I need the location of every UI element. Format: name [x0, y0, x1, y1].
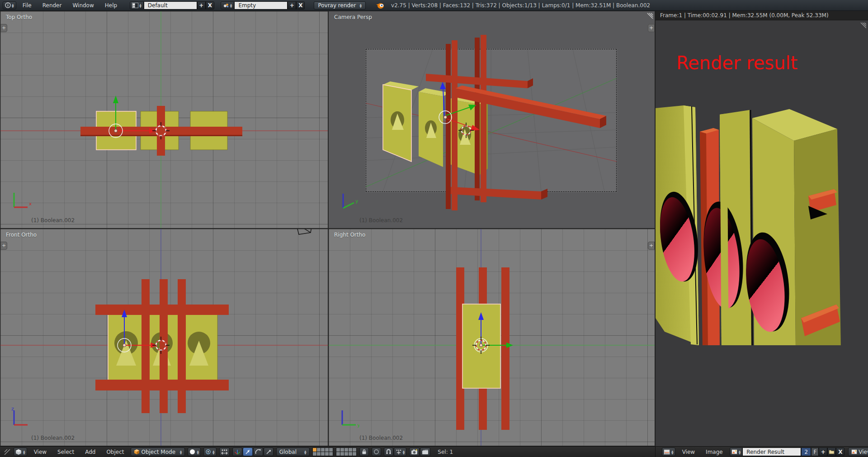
- image-datablock: ▲▼ Render Result 2 F + X: [730, 447, 845, 456]
- 3d-view-icon: [15, 449, 22, 455]
- render-result-image: [656, 105, 844, 349]
- render-stats-header: Frame:1 | Time:00:02.91 | Mem:32.55M (0.…: [656, 11, 868, 20]
- chevron-updown-icon: ▲▼: [403, 450, 405, 454]
- opengl-render-animation-button[interactable]: [420, 447, 430, 456]
- scene-icon-button[interactable]: ▲▼: [221, 1, 235, 10]
- snap-controls: ▲▼: [384, 447, 407, 456]
- new-image-button[interactable]: +: [819, 447, 827, 456]
- chevron-updown-icon: ▲▼: [304, 450, 307, 454]
- menu-render[interactable]: Render: [38, 2, 66, 9]
- scene-icon: [223, 3, 229, 8]
- region-expand-tab[interactable]: +: [0, 242, 7, 250]
- manipulate-center-points-toggle[interactable]: [219, 447, 230, 456]
- add-layout-button[interactable]: +: [197, 1, 206, 10]
- scene-name-field[interactable]: Empty: [234, 1, 288, 10]
- viewport-top-ortho[interactable]: Top Ortho + x (1) Boolean.002: [0, 11, 328, 228]
- menu-select[interactable]: Select: [53, 449, 78, 455]
- transform-orientation-dropdown[interactable]: Global ▲▼: [276, 447, 310, 456]
- folder-open-icon: [829, 449, 835, 454]
- snap-element-dropdown[interactable]: ▲▼: [394, 447, 407, 456]
- chevron-updown-icon: ▲▼: [671, 450, 674, 454]
- viewport-label: Camera Persp: [334, 14, 372, 20]
- proportional-edit-button[interactable]: [372, 447, 381, 456]
- scale-manipulator-button[interactable]: [264, 447, 274, 456]
- viewport-right-ortho[interactable]: Right Ortho + y (1) Boolean.002: [328, 228, 655, 446]
- blender-window: ▲▼ File Render Window Help ▲▼ Default + …: [0, 0, 868, 457]
- rotate-manipulator-button[interactable]: [253, 447, 263, 456]
- image-name-field[interactable]: Render Result: [742, 447, 801, 456]
- image-icon: [851, 449, 857, 454]
- viewport-front-ortho[interactable]: Front Ortho + z (1) Boolean.002: [0, 228, 328, 446]
- menu-view[interactable]: View: [678, 449, 699, 455]
- active-object-info: (1) Boolean.002: [359, 217, 403, 224]
- chevron-updown-icon: ▲▼: [230, 3, 232, 8]
- svg-text:y: y: [355, 198, 359, 204]
- editor-type-button-3d-view[interactable]: ▲▼: [14, 447, 27, 456]
- pivot-point-dropdown[interactable]: ▲▼: [203, 447, 217, 456]
- translate-manipulator-button[interactable]: [243, 447, 253, 456]
- viewport-label: Right Ortho: [334, 232, 365, 238]
- menu-object[interactable]: Object: [102, 449, 128, 455]
- viewport-label: Top Ortho: [6, 14, 32, 20]
- viewport-camera-persp[interactable]: Camera Persp + y (1) Boolean.002: [328, 11, 655, 228]
- axis-gizmo: y: [336, 407, 359, 430]
- region-expand-tab[interactable]: +: [648, 24, 655, 32]
- image-editor-panel[interactable]: Frame:1 | Time:00:02.91 | Mem:32.55M (0.…: [655, 11, 868, 446]
- layer-grid-2[interactable]: [336, 447, 357, 456]
- lock-icon: [361, 449, 367, 455]
- menu-window[interactable]: Window: [68, 2, 98, 9]
- svg-text:z: z: [11, 407, 14, 412]
- menu-help[interactable]: Help: [100, 2, 122, 9]
- center-points-icon: [221, 449, 228, 455]
- top-menu-bar: ▲▼ File Render Window Help ▲▼ Default + …: [0, 0, 868, 11]
- region-expand-tab[interactable]: +: [0, 24, 7, 32]
- svg-text:x: x: [29, 201, 31, 207]
- front-ortho-scene: [0, 229, 328, 446]
- image-browse-dropdown[interactable]: ▲▼: [730, 447, 743, 456]
- area-corner-grip[interactable]: [4, 448, 11, 456]
- region-expand-tab[interactable]: +: [648, 242, 655, 250]
- layout-name-field[interactable]: Default: [144, 1, 197, 10]
- layer-grid-1[interactable]: [312, 447, 333, 456]
- menu-file[interactable]: File: [18, 2, 36, 9]
- lock-to-scene-button[interactable]: [359, 447, 369, 456]
- mode-label: Object Mode: [141, 449, 175, 455]
- manipulator-buttons: [232, 447, 274, 456]
- screen-layout-icon-button[interactable]: ▲▼: [130, 1, 144, 10]
- area-corner-grip[interactable]: [860, 22, 867, 29]
- manipulator-toggle-button[interactable]: [232, 447, 242, 456]
- snap-toggle-button[interactable]: [384, 447, 393, 456]
- add-scene-button[interactable]: +: [288, 1, 296, 10]
- chevron-updown-icon: ▲▼: [197, 450, 199, 454]
- editor-type-button-image[interactable]: ▲▼: [662, 447, 675, 456]
- unlink-image-button[interactable]: X: [836, 447, 844, 456]
- svg-text:y: y: [357, 422, 359, 428]
- render-engine-dropdown[interactable]: Povray render ▲▼: [314, 1, 366, 10]
- render-stats-text: Frame:1 | Time:00:02.91 | Mem:32.55M (0.…: [660, 12, 829, 19]
- blender-logo-icon: [376, 2, 385, 9]
- area-corner-grip[interactable]: [646, 12, 654, 19]
- view-mode-dropdown[interactable]: View ▲▼: [848, 447, 868, 456]
- chevron-updown-icon: ▲▼: [12, 3, 14, 8]
- viewport-shading-dropdown[interactable]: ▲▼: [188, 447, 201, 456]
- open-image-button[interactable]: [827, 447, 836, 456]
- render-slot-badge[interactable]: 2: [801, 447, 811, 456]
- fake-user-button[interactable]: F: [811, 447, 819, 456]
- mode-dropdown[interactable]: Object Mode ▲▼: [131, 447, 185, 456]
- active-object-info: (1) Boolean.002: [359, 435, 403, 441]
- top-ortho-scene: [0, 11, 328, 228]
- close-scene-button[interactable]: X: [296, 1, 305, 10]
- menu-view[interactable]: View: [30, 449, 51, 455]
- info-icon: [5, 2, 11, 8]
- close-layout-button[interactable]: X: [206, 1, 214, 10]
- editor-type-button-info[interactable]: ▲▼: [3, 1, 16, 10]
- menu-add[interactable]: Add: [81, 449, 99, 455]
- scale-arrow-icon: [265, 449, 272, 455]
- image-icon: [731, 449, 737, 454]
- orientation-label: Global: [279, 449, 297, 455]
- chevron-updown-icon: ▲▼: [359, 3, 362, 8]
- menu-image[interactable]: Image: [702, 449, 727, 455]
- beam-objects[interactable]: [426, 35, 606, 210]
- viewport-label: Front Ortho: [6, 232, 37, 238]
- opengl-render-image-button[interactable]: [409, 447, 420, 456]
